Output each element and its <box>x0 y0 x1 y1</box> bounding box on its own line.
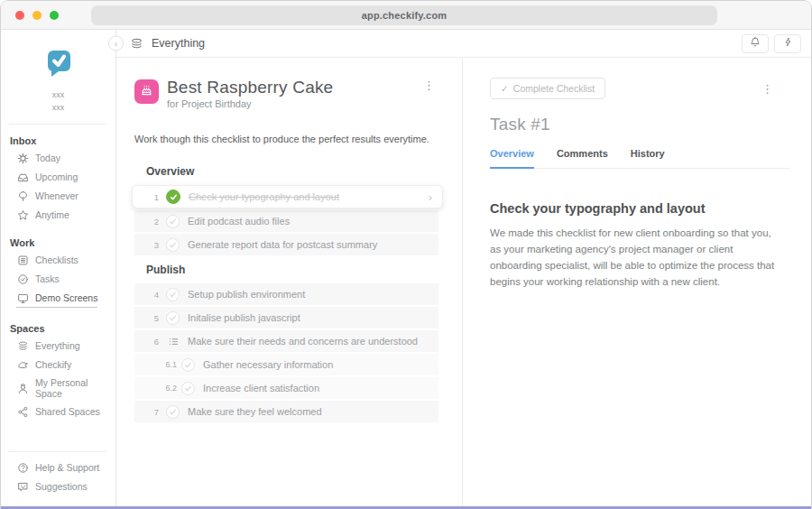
sidebar-item-help-support[interactable]: Help & Support <box>1 458 115 477</box>
help-icon <box>16 461 29 474</box>
tab-overview[interactable]: Overview <box>490 148 534 169</box>
checklist-subtitle: for Project Birthday <box>167 98 333 109</box>
unchecked-circle-icon[interactable] <box>166 405 180 419</box>
complete-checklist-button[interactable]: ✓ Complete Checklist <box>490 78 605 99</box>
tab-comments[interactable]: Comments <box>557 148 608 168</box>
unchecked-circle-icon[interactable] <box>181 358 195 372</box>
item-number: 1 <box>146 192 159 202</box>
sidebar-item-suggestions[interactable]: Suggestions <box>1 477 115 496</box>
section-header: Overview <box>134 159 438 183</box>
checked-circle-icon[interactable] <box>166 190 180 204</box>
item-number: 2 <box>146 217 159 227</box>
traffic-lights <box>15 1 59 29</box>
sidebar-item-label: My Personal Space <box>35 377 115 399</box>
checklist-row-6[interactable]: 6 Make sure their needs and concerns are… <box>134 330 438 352</box>
checklist-row-5[interactable]: 5 Initalise publish javascript <box>134 307 438 329</box>
main-area: ‹ Everything <box>116 30 811 507</box>
checklist-row-1[interactable]: 1 Check your typography and layout › <box>132 185 443 208</box>
sidebar-heading-inbox: Inbox <box>1 131 115 149</box>
unchecked-circle-icon[interactable] <box>166 288 180 301</box>
checklist-row-6-2[interactable]: 6.2 Increase client satisfaction <box>134 377 438 399</box>
layers-icon <box>16 339 29 352</box>
address-bar[interactable]: app.checkify.com <box>91 5 717 25</box>
sidebar-item-demo-screens[interactable]: Demo Screens <box>1 289 115 310</box>
tab-history[interactable]: History <box>631 148 665 168</box>
checklist-row-6-1[interactable]: 6.1 Gather necessary information <box>134 354 438 375</box>
unchecked-circle-icon[interactable] <box>166 238 180 252</box>
collapse-sidebar-button[interactable]: ‹ <box>108 36 124 51</box>
item-label: Setup publish environment <box>188 289 305 300</box>
sidebar-item-shared-spaces[interactable]: Shared Spaces <box>1 403 115 421</box>
main-header: ‹ Everything <box>116 30 811 58</box>
item-number: 7 <box>146 407 159 417</box>
checklist-badge <box>134 79 159 104</box>
item-label: Increase client satisfaction <box>203 383 319 393</box>
checklist-description: Work though this checklist to produce th… <box>134 134 438 144</box>
kebab-icon: ⋮ <box>761 82 773 96</box>
sidebar-item-label: Upcoming <box>35 171 78 182</box>
zoom-window-button[interactable] <box>50 11 59 20</box>
workspace-name: xxx xxx <box>52 88 65 114</box>
sidebar-heading-spaces: Spaces <box>1 319 115 337</box>
check-circle-icon <box>16 273 29 285</box>
sun-icon <box>16 152 29 164</box>
sidebar-item-tasks[interactable]: Tasks <box>1 270 115 289</box>
checklist-row-3[interactable]: 3 Generate report data for postcast summ… <box>134 234 438 255</box>
item-label: Initalise publish javascript <box>188 312 300 323</box>
sidebar-item-whenever[interactable]: Whenever <box>1 187 115 206</box>
person-icon <box>16 382 29 394</box>
sidebar-item-checklists[interactable]: Checklists <box>1 251 115 270</box>
browser-chrome: app.checkify.com <box>1 1 811 30</box>
monitor-icon <box>16 292 29 304</box>
checklist-menu-button[interactable]: ⋮ <box>420 78 438 93</box>
item-label: Edit podcast audio files <box>188 216 290 227</box>
sidebar-item-upcoming[interactable]: Upcoming <box>1 168 115 187</box>
address-bar-url: app.checkify.com <box>362 10 448 21</box>
item-number: 6 <box>146 337 159 347</box>
view-title: Everything <box>152 37 205 50</box>
chevron-left-icon: ‹ <box>115 39 117 49</box>
sidebar-item-label: Help & Support <box>35 462 99 473</box>
checklist-row-2[interactable]: 2 Edit podcast audio files <box>134 210 438 232</box>
item-label: Generate report data for postcast summar… <box>188 239 377 250</box>
notifications-button[interactable] <box>742 34 769 53</box>
item-label: Make sure their needs and concerns are u… <box>188 336 418 347</box>
tree-icon <box>16 190 29 202</box>
sidebar-item-today[interactable]: Today <box>1 149 115 168</box>
chevron-right-icon: › <box>429 190 432 204</box>
sidebar-item-my-personal-space[interactable]: My Personal Space <box>1 375 115 403</box>
checklist-row-7[interactable]: 7 Make sure they feel welcomed <box>134 401 438 422</box>
task-title: Task #1 <box>490 115 777 134</box>
task-heading: Check your typography and layout <box>490 201 777 216</box>
sidebar-item-label: Tasks <box>35 273 60 284</box>
item-number: 3 <box>146 240 159 250</box>
checklist-row-4[interactable]: 4 Setup publish environment <box>134 283 438 305</box>
unchecked-circle-icon[interactable] <box>181 382 195 395</box>
item-number: 5 <box>146 313 159 323</box>
sidebar: xxx xxx Inbox Today Upcoming <box>1 30 116 507</box>
task-menu-button[interactable]: ⋮ <box>758 81 777 97</box>
sidebar-item-everything[interactable]: Everything <box>1 337 115 356</box>
minimize-window-button[interactable] <box>32 11 42 20</box>
sidebar-divider <box>9 124 107 125</box>
sidebar-item-label: Whenever <box>35 190 78 201</box>
sidebar-item-label: Suggestions <box>35 481 88 492</box>
unchecked-circle-icon[interactable] <box>166 311 180 325</box>
sidebar-item-checkify[interactable]: Checkify <box>1 356 115 375</box>
sidebar-item-label: Everything <box>35 340 80 351</box>
task-description: We made this checklist for new client on… <box>490 225 777 291</box>
lightning-bolt-icon <box>783 35 793 51</box>
kebab-icon: ⋮ <box>423 79 435 92</box>
inbox-icon <box>16 171 29 183</box>
feedback-bubble-icon <box>16 480 29 493</box>
sidebar-item-anytime[interactable]: Anytime <box>1 206 115 225</box>
item-label: Check your typography and layout <box>189 191 339 202</box>
browser-window: app.checkify.com xxx xxx I <box>0 0 812 509</box>
close-window-button[interactable] <box>15 11 24 20</box>
layers-icon <box>130 36 143 51</box>
share-icon <box>16 405 29 418</box>
bell-icon <box>750 35 761 51</box>
unchecked-circle-icon[interactable] <box>166 215 180 228</box>
quick-actions-button[interactable] <box>774 34 801 53</box>
checkify-mark-icon <box>16 358 29 371</box>
